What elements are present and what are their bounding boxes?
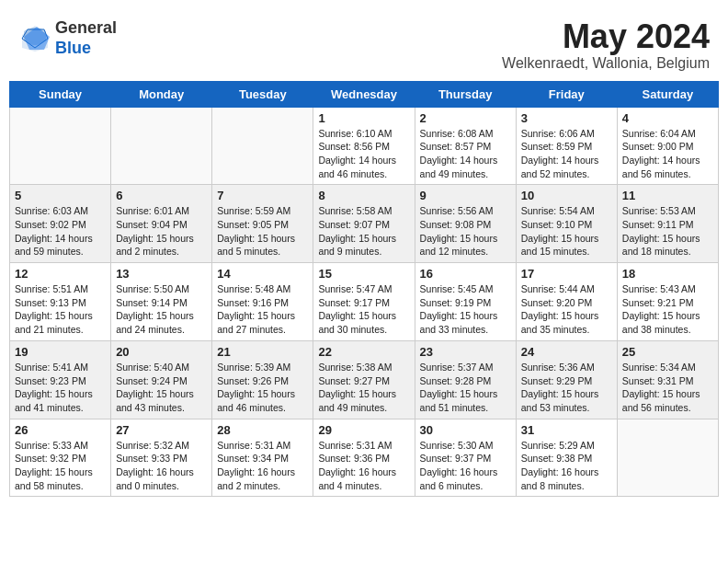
day-number: 4: [622, 111, 713, 125]
day-number: 20: [116, 345, 207, 359]
day-info: Sunrise: 6:06 AMSunset: 8:59 PMDaylight:…: [521, 127, 612, 181]
day-info: Sunrise: 5:32 AMSunset: 9:33 PMDaylight:…: [116, 439, 207, 493]
day-number: 3: [521, 111, 612, 125]
day-info: Sunrise: 5:51 AMSunset: 9:13 PMDaylight:…: [15, 282, 106, 337]
day-info: Sunrise: 5:53 AMSunset: 9:11 PMDaylight:…: [622, 204, 713, 259]
days-of-week-row: SundayMondayTuesdayWednesdayThursdayFrid…: [10, 81, 719, 107]
day-number: 5: [15, 189, 106, 202]
calendar-day: 4Sunrise: 6:04 AMSunset: 9:00 PMDaylight…: [617, 107, 718, 185]
calendar-day: 7Sunrise: 5:59 AMSunset: 9:05 PMDaylight…: [212, 185, 313, 263]
calendar-day: 16Sunrise: 5:45 AMSunset: 9:19 PMDayligh…: [415, 263, 516, 341]
day-header-saturday: Saturday: [617, 81, 718, 107]
calendar-day: 6Sunrise: 6:01 AMSunset: 9:04 PMDaylight…: [111, 185, 212, 263]
calendar-day: 21Sunrise: 5:39 AMSunset: 9:26 PMDayligh…: [212, 340, 313, 419]
day-number: 17: [521, 267, 612, 281]
day-number: 7: [217, 189, 308, 202]
day-number: 30: [420, 423, 511, 437]
day-info: Sunrise: 5:34 AMSunset: 9:31 PMDaylight:…: [622, 361, 713, 415]
day-info: Sunrise: 5:58 AMSunset: 9:07 PMDaylight:…: [318, 204, 409, 259]
day-number: 18: [622, 267, 713, 281]
day-number: 10: [521, 189, 612, 202]
day-number: 15: [318, 267, 409, 281]
calendar-day: 13Sunrise: 5:50 AMSunset: 9:14 PMDayligh…: [111, 263, 212, 341]
calendar-day: 24Sunrise: 5:36 AMSunset: 9:29 PMDayligh…: [516, 340, 617, 419]
logo-icon: [18, 22, 51, 55]
day-info: Sunrise: 5:47 AMSunset: 9:17 PMDaylight:…: [318, 282, 409, 337]
logo-text: General Blue: [55, 18, 117, 58]
location-subtitle: Welkenraedt, Wallonia, Belgium: [502, 55, 710, 72]
day-info: Sunrise: 6:10 AMSunset: 8:56 PMDaylight:…: [318, 127, 409, 181]
day-number: 6: [116, 189, 207, 202]
day-info: Sunrise: 6:08 AMSunset: 8:57 PMDaylight:…: [420, 127, 511, 181]
calendar-table: SundayMondayTuesdayWednesdayThursdayFrid…: [9, 81, 719, 498]
day-info: Sunrise: 5:40 AMSunset: 9:24 PMDaylight:…: [116, 361, 207, 415]
day-info: Sunrise: 6:04 AMSunset: 9:00 PMDaylight:…: [622, 127, 713, 181]
day-number: 1: [318, 111, 409, 125]
day-info: Sunrise: 5:30 AMSunset: 9:37 PMDaylight:…: [420, 439, 511, 493]
day-info: Sunrise: 5:59 AMSunset: 9:05 PMDaylight:…: [217, 204, 308, 259]
day-info: Sunrise: 5:33 AMSunset: 9:32 PMDaylight:…: [15, 439, 106, 493]
calendar-day: [617, 419, 718, 497]
day-number: 24: [521, 345, 612, 359]
calendar-day: [212, 107, 313, 185]
calendar-day: 18Sunrise: 5:43 AMSunset: 9:21 PMDayligh…: [617, 263, 718, 341]
day-number: 22: [318, 345, 409, 359]
day-number: 11: [622, 189, 713, 202]
day-header-tuesday: Tuesday: [212, 81, 313, 107]
day-info: Sunrise: 5:45 AMSunset: 9:19 PMDaylight:…: [420, 282, 511, 337]
day-number: 25: [622, 345, 713, 359]
day-info: Sunrise: 5:56 AMSunset: 9:08 PMDaylight:…: [420, 204, 511, 259]
day-info: Sunrise: 6:01 AMSunset: 9:04 PMDaylight:…: [116, 204, 207, 259]
calendar-day: [111, 107, 212, 185]
calendar-day: 31Sunrise: 5:29 AMSunset: 9:38 PMDayligh…: [516, 419, 617, 497]
calendar-day: 14Sunrise: 5:48 AMSunset: 9:16 PMDayligh…: [212, 263, 313, 341]
day-number: 19: [15, 345, 106, 359]
calendar-day: 10Sunrise: 5:54 AMSunset: 9:10 PMDayligh…: [516, 185, 617, 263]
calendar-body: 1Sunrise: 6:10 AMSunset: 8:56 PMDaylight…: [10, 107, 719, 497]
day-number: 28: [217, 423, 308, 437]
day-info: Sunrise: 5:48 AMSunset: 9:16 PMDaylight:…: [217, 282, 308, 337]
calendar-day: 30Sunrise: 5:30 AMSunset: 9:37 PMDayligh…: [415, 419, 516, 497]
logo-general-text: General: [55, 18, 117, 39]
calendar-day: 2Sunrise: 6:08 AMSunset: 8:57 PMDaylight…: [415, 107, 516, 185]
logo-blue-text: Blue: [55, 39, 117, 59]
day-number: 8: [318, 189, 409, 202]
calendar-day: 1Sunrise: 6:10 AMSunset: 8:56 PMDaylight…: [313, 107, 415, 185]
day-info: Sunrise: 5:37 AMSunset: 9:28 PMDaylight:…: [420, 361, 511, 415]
calendar-day: 15Sunrise: 5:47 AMSunset: 9:17 PMDayligh…: [313, 263, 415, 341]
calendar-day: [10, 107, 111, 185]
day-number: 13: [116, 267, 207, 281]
calendar-day: 28Sunrise: 5:31 AMSunset: 9:34 PMDayligh…: [212, 419, 313, 497]
calendar-day: 26Sunrise: 5:33 AMSunset: 9:32 PMDayligh…: [10, 419, 111, 497]
calendar-day: 25Sunrise: 5:34 AMSunset: 9:31 PMDayligh…: [617, 340, 718, 419]
day-number: 31: [521, 423, 612, 437]
calendar-week-5: 26Sunrise: 5:33 AMSunset: 9:32 PMDayligh…: [10, 419, 719, 497]
day-info: Sunrise: 5:50 AMSunset: 9:14 PMDaylight:…: [116, 282, 207, 337]
calendar-day: 12Sunrise: 5:51 AMSunset: 9:13 PMDayligh…: [10, 263, 111, 341]
calendar-day: 11Sunrise: 5:53 AMSunset: 9:11 PMDayligh…: [617, 185, 718, 263]
logo: General Blue: [18, 18, 117, 58]
calendar-day: 5Sunrise: 6:03 AMSunset: 9:02 PMDaylight…: [10, 185, 111, 263]
day-info: Sunrise: 5:31 AMSunset: 9:34 PMDaylight:…: [217, 439, 308, 493]
day-number: 29: [318, 423, 409, 437]
calendar-week-2: 5Sunrise: 6:03 AMSunset: 9:02 PMDaylight…: [10, 185, 719, 263]
day-number: 9: [420, 189, 511, 202]
calendar-day: 9Sunrise: 5:56 AMSunset: 9:08 PMDaylight…: [415, 185, 516, 263]
day-info: Sunrise: 5:31 AMSunset: 9:36 PMDaylight:…: [318, 439, 409, 493]
day-info: Sunrise: 5:36 AMSunset: 9:29 PMDaylight:…: [521, 361, 612, 415]
day-number: 26: [15, 423, 106, 437]
title-section: May 2024 Welkenraedt, Wallonia, Belgium: [502, 18, 710, 72]
day-info: Sunrise: 5:43 AMSunset: 9:21 PMDaylight:…: [622, 282, 713, 337]
calendar-day: 17Sunrise: 5:44 AMSunset: 9:20 PMDayligh…: [516, 263, 617, 341]
day-number: 12: [15, 267, 106, 281]
calendar-day: 20Sunrise: 5:40 AMSunset: 9:24 PMDayligh…: [111, 340, 212, 419]
calendar-day: 19Sunrise: 5:41 AMSunset: 9:23 PMDayligh…: [10, 340, 111, 419]
day-info: Sunrise: 5:29 AMSunset: 9:38 PMDaylight:…: [521, 439, 612, 493]
day-number: 2: [420, 111, 511, 125]
calendar-header: General Blue May 2024 Welkenraedt, Wallo…: [9, 9, 719, 76]
calendar-day: 29Sunrise: 5:31 AMSunset: 9:36 PMDayligh…: [313, 419, 415, 497]
calendar-day: 27Sunrise: 5:32 AMSunset: 9:33 PMDayligh…: [111, 419, 212, 497]
day-info: Sunrise: 5:39 AMSunset: 9:26 PMDaylight:…: [217, 361, 308, 415]
day-number: 16: [420, 267, 511, 281]
calendar-header-row: SundayMondayTuesdayWednesdayThursdayFrid…: [10, 81, 719, 107]
